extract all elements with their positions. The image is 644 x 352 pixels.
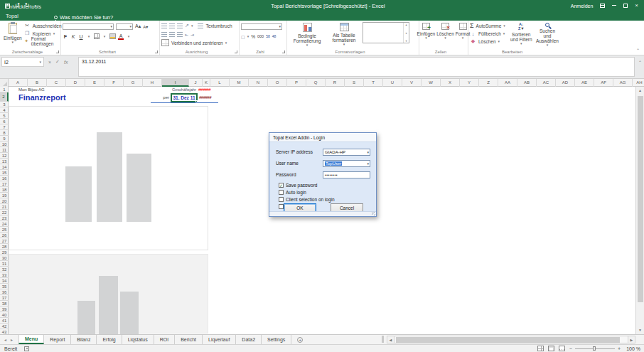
format-painter-button[interactable]: ✦Format übertragen xyxy=(24,38,62,45)
row-header[interactable]: 30 xyxy=(0,255,9,261)
align-bottom-icon[interactable] xyxy=(177,23,183,28)
formula-input[interactable]: 31.12.2011 xyxy=(78,57,635,77)
row-header[interactable]: 13 xyxy=(0,159,9,164)
column-header[interactable]: B xyxy=(28,79,47,87)
selected-cell-i2[interactable]: 31. Dez 11 xyxy=(171,93,198,102)
ribbon-display-options-icon[interactable] xyxy=(600,4,605,8)
row-header[interactable]: 37 xyxy=(0,295,9,301)
checkbox-row[interactable]: Auto login xyxy=(279,189,306,196)
row-header[interactable]: 33 xyxy=(0,272,9,278)
sign-in-button[interactable]: Anmelden xyxy=(571,4,594,9)
row-header[interactable]: 29 xyxy=(0,250,9,255)
checkbox-row[interactable]: Client selection on login xyxy=(279,196,335,203)
embedded-chart-2[interactable] xyxy=(9,254,208,334)
sheet-tab[interactable]: Data2 xyxy=(236,335,262,344)
row-header[interactable]: 5 xyxy=(0,113,9,119)
cancel-entry-icon[interactable]: × xyxy=(48,60,51,65)
row-header[interactable]: 38 xyxy=(0,301,9,306)
column-header[interactable]: D xyxy=(66,79,85,87)
row-header[interactable]: 23 xyxy=(0,215,9,221)
column-header[interactable]: I xyxy=(162,79,189,87)
dialog-title[interactable]: Topal Excel Addin - Login xyxy=(269,133,376,142)
zoom-out-icon[interactable]: − xyxy=(569,346,572,351)
row-header[interactable]: 3 xyxy=(0,102,9,107)
column-header[interactable]: U xyxy=(383,79,402,87)
enter-entry-icon[interactable]: ✓ xyxy=(55,59,60,65)
zoom-in-icon[interactable]: + xyxy=(618,346,621,351)
decrease-indent-icon[interactable]: ⇤ xyxy=(185,32,188,37)
clipboard-dialog-launcher[interactable] xyxy=(56,50,59,53)
fill-handle[interactable] xyxy=(195,100,198,102)
row-header[interactable]: 24 xyxy=(0,221,9,227)
row-header[interactable]: 19 xyxy=(0,193,9,198)
vertical-scroll-thumb[interactable] xyxy=(638,96,643,302)
row-header[interactable]: 12 xyxy=(0,153,9,159)
percent-style-button[interactable]: % xyxy=(251,34,255,39)
font-color-icon[interactable]: A xyxy=(118,33,124,40)
scroll-up-icon[interactable]: ▲ xyxy=(636,87,644,95)
horizontal-scrollbar[interactable]: ◀ ▶ xyxy=(387,335,635,343)
scroll-right-icon[interactable]: ▶ xyxy=(628,336,635,343)
cell-h2-per[interactable]: per xyxy=(151,95,169,100)
macro-record-icon[interactable] xyxy=(24,346,29,351)
row-header[interactable]: 7 xyxy=(0,124,9,130)
row-header[interactable]: 25 xyxy=(0,227,9,233)
row-header[interactable]: 8 xyxy=(0,130,9,136)
conditional-formatting-button[interactable]: Bedingte Formatierung▾ xyxy=(289,22,326,49)
normal-view-icon[interactable] xyxy=(537,346,544,351)
wrap-text-button[interactable]: Textumbruch xyxy=(198,22,232,29)
cell-a1[interactable]: Mon Bijou AG xyxy=(18,87,45,92)
column-header[interactable]: L xyxy=(210,79,230,87)
row-header[interactable]: 15 xyxy=(0,170,9,176)
row-header[interactable]: 1 xyxy=(0,87,9,92)
row-header[interactable]: 16 xyxy=(0,176,9,181)
row-header[interactable]: 2 xyxy=(0,92,9,102)
report-title-cell[interactable]: Finanzreport xyxy=(18,93,66,102)
column-header[interactable]: R xyxy=(326,79,345,87)
shrink-font-button[interactable]: A▾ xyxy=(143,24,148,29)
embedded-chart-1[interactable] xyxy=(9,106,208,250)
restore-icon[interactable] xyxy=(623,4,628,8)
row-header[interactable]: 4 xyxy=(0,107,9,113)
page-break-view-icon[interactable] xyxy=(559,346,565,351)
underline-button[interactable]: U xyxy=(78,34,84,39)
cell-j2-overflow[interactable]: ###### xyxy=(199,95,211,100)
zoom-slider[interactable] xyxy=(575,348,615,349)
scroll-down-icon[interactable]: ▼ xyxy=(636,326,644,334)
column-header[interactable]: N xyxy=(249,79,268,87)
column-header[interactable]: S xyxy=(345,79,364,87)
row-header[interactable]: 39 xyxy=(0,306,9,312)
cell-j1-overflow[interactable]: ###### xyxy=(198,87,210,92)
column-header[interactable]: M xyxy=(230,79,249,87)
column-header[interactable]: W xyxy=(422,79,441,87)
column-header[interactable]: H xyxy=(143,79,162,87)
row-header[interactable]: 40 xyxy=(0,312,9,318)
orientation-icon[interactable]: ↗ xyxy=(185,23,189,28)
zoom-slider-thumb[interactable] xyxy=(593,346,596,351)
vertical-scrollbar[interactable]: ▲ ▼ xyxy=(635,87,644,334)
sort-filter-button[interactable]: A↓Z▼ Sortieren und Filtern▾ xyxy=(508,22,535,49)
insert-function-icon[interactable]: fx xyxy=(64,60,68,65)
column-header[interactable]: AA xyxy=(498,79,517,87)
column-header[interactable]: C xyxy=(47,79,66,87)
delete-cells-button[interactable]: Löschen▾ xyxy=(436,22,454,49)
sheet-tab[interactable]: Erfolg xyxy=(97,335,122,344)
zoom-level[interactable]: 100 % xyxy=(625,346,640,351)
cell-styles-gallery[interactable]: ▴▾▾ xyxy=(363,22,409,43)
tab-split-handle[interactable] xyxy=(382,336,384,343)
scroll-left-icon[interactable]: ◀ xyxy=(387,336,395,343)
column-header[interactable]: F xyxy=(104,79,124,87)
fill-button[interactable]: ↓Füllbereich▾ xyxy=(470,30,508,37)
password-field[interactable]: •••••••• xyxy=(323,171,370,178)
paste-button[interactable]: Einfügen▾ xyxy=(1,22,24,49)
column-header[interactable]: E xyxy=(85,79,104,87)
column-header[interactable]: AG xyxy=(613,79,633,87)
checkbox[interactable]: ✓ xyxy=(279,183,284,188)
minimize-icon[interactable] xyxy=(612,5,616,6)
font-dialog-launcher[interactable] xyxy=(155,50,158,53)
column-header[interactable]: Q xyxy=(306,79,326,87)
increase-decimal-icon[interactable]: 58 xyxy=(266,34,270,38)
column-header[interactable]: J xyxy=(189,79,203,87)
column-header[interactable]: K xyxy=(203,79,210,87)
grow-font-button[interactable]: A▴ xyxy=(135,23,141,29)
